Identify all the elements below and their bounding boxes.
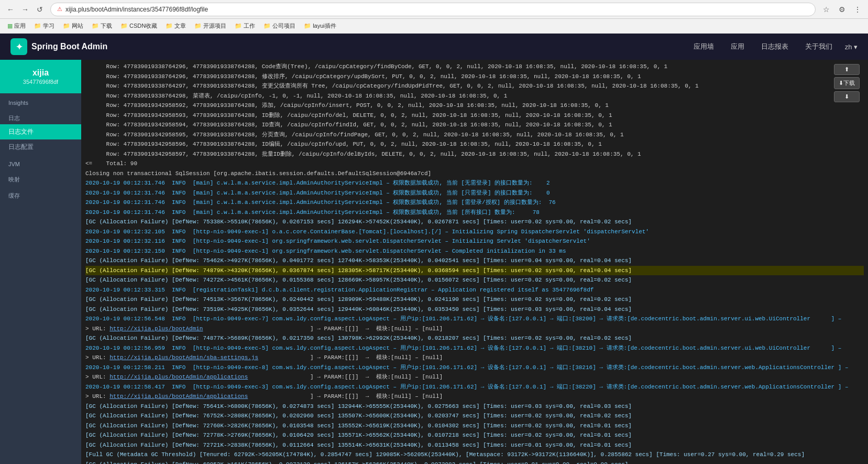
scroll-top-button[interactable]: ⬆: [834, 64, 860, 75]
address-bar[interactable]: ⚠ xijia.plus/bootAdmin/instances/3547769…: [50, 3, 816, 16]
scroll-bottom-button[interactable]: ⬇: [834, 91, 860, 102]
log-line: 2020-10-19 00:12:31.746 INFO [main] c.w.…: [85, 198, 864, 208]
sidebar-item-logfile[interactable]: 日志文件: [0, 124, 81, 139]
log-line: [GC (Allocation Failure) [DefNew: 74513K…: [85, 295, 864, 305]
top-navbar: ✦ Spring Boot Admin 应用墙 应用 日志报表 关于我们 zh …: [0, 34, 868, 60]
log-line: [GC (Allocation Failure) [DefNew: 72721K…: [85, 440, 864, 450]
log-line: Row: 477839019342958595, 477839019338764…: [85, 130, 864, 140]
browser-action-buttons: ☆ ⚙ ⋮: [820, 3, 864, 16]
bookmarks-bar: ▦ 应用 📁 学习 📁 网站 📁 下载 📁 CSDN收藏 📁 文章 📁 开源项目…: [0, 19, 868, 34]
brand-name: Spring Boot Admin: [31, 42, 107, 51]
log-line: [GC (Allocation Failure) [DefNew: 75641K…: [85, 402, 864, 412]
browser-nav-buttons: ← → ↺: [4, 3, 46, 16]
log-line: [GC (Allocation Failure) [DefNew: 74879K…: [85, 266, 864, 276]
log-line: > URL: http://xijia.plus/bootAdmin/sba-s…: [85, 353, 864, 363]
log-line: Row: 477839019342958597, 477839019338764…: [85, 149, 864, 159]
back-button[interactable]: ←: [4, 3, 17, 16]
sidebar-log-section: 日志: [0, 108, 81, 124]
bookmark-icon[interactable]: ☆: [820, 3, 832, 16]
sidebar-item-logconfig[interactable]: 日志配置: [0, 139, 81, 155]
log-line: [GC (Allocation Failure) [DefNew: 69952K…: [85, 460, 864, 465]
menu-icon[interactable]: ⋮: [851, 3, 864, 16]
app-container: ✦ Spring Boot Admin 应用墙 应用 日志报表 关于我们 zh …: [0, 34, 868, 464]
log-line: 2020-10-19 00:12:31.746 INFO [main] c.w.…: [85, 188, 864, 198]
sidebar-instance-id: 35477696f8df: [8, 79, 73, 85]
bookmark-download[interactable]: 📁 下载: [89, 21, 115, 31]
nav-item-app[interactable]: 应用: [727, 40, 749, 53]
sidebar-cache-section: 缓存: [0, 186, 81, 202]
brand-logo-area: ✦ Spring Boot Admin: [10, 38, 107, 55]
log-line: > URL: http://xijia.plus/bootAdmin ] → P…: [85, 324, 864, 334]
log-line: 2020-10-19 00:12:32.150 INFO [http-nio-9…: [85, 246, 864, 256]
sidebar: xijia 35477696f8df Insights 日志 日志文件 日志配置…: [0, 60, 81, 464]
log-line: [GC (Allocation Failure) [DefNew: 72778K…: [85, 430, 864, 440]
log-line: Closing non transactional SqlSession [or…: [85, 169, 864, 179]
nav-item-logreport[interactable]: 日志报表: [757, 40, 793, 53]
log-line: Row: 477839019342958596, 477839019338764…: [85, 139, 864, 149]
log-line: 2020-10-19 00:12:32.116 INFO [http-nio-9…: [85, 236, 864, 246]
log-area: ⬆ ⬇下载 ⬇ Row: 477839019338764296, 4778390…: [81, 60, 868, 464]
log-line: 2020-10-19 00:12:58.417 INFO [http-nio-9…: [85, 382, 864, 392]
forward-button[interactable]: →: [19, 3, 31, 16]
log-line: [Full GC (Metadata GC Threshold) [Tenure…: [85, 450, 864, 460]
log-link[interactable]: http://xijia.plus/bootAdmin: [109, 326, 203, 332]
sidebar-user-info: xijia 35477696f8df: [0, 60, 81, 93]
log-link[interactable]: http://xijia.plus/bootAdmin/sba-settings…: [109, 354, 258, 361]
bookmark-csdn[interactable]: 📁 CSDN收藏: [117, 21, 160, 31]
log-line: Row: 477839019338764297, 477839019338764…: [85, 81, 864, 91]
log-line: 2020-10-19 00:12:32.105 INFO [http-nio-9…: [85, 227, 864, 237]
log-line: Row: 477839019338764296, 477839019338764…: [85, 72, 864, 82]
log-link[interactable]: http://xijia.plus/bootAdmin/applications: [109, 393, 248, 400]
log-line: [GC (Allocation Failure) [DefNew: 73519K…: [85, 305, 864, 315]
log-line: 2020-10-19 00:12:56.548 INFO [http-nio-9…: [85, 314, 864, 324]
nav-lang-switcher[interactable]: zh ▾: [845, 43, 858, 51]
log-line: [GC (Allocation Failure) [DefNew: 75338K…: [85, 217, 864, 227]
nav-item-about[interactable]: 关于我们: [801, 40, 837, 53]
extensions-icon[interactable]: ⚙: [836, 3, 848, 16]
log-line: 2020-10-19 00:12:31.746 INFO [main] c.w.…: [85, 178, 864, 188]
log-line: 2020-10-19 00:12:31.746 INFO [main] c.w.…: [85, 208, 864, 218]
sidebar-jvm-section: JVM: [0, 155, 81, 169]
log-line: 2020-10-19 00:12:33.315 INFO [registrati…: [85, 285, 864, 295]
bookmark-study[interactable]: 📁 学习: [31, 21, 58, 31]
browser-bar: ← → ↺ ⚠ xijia.plus/bootAdmin/instances/3…: [0, 0, 868, 19]
brand-logo: ✦: [10, 38, 27, 55]
bookmark-layui[interactable]: 📁 layui插件: [301, 21, 339, 31]
log-line: Row: 477839019342958593, 477839019338764…: [85, 111, 864, 121]
bookmark-work[interactable]: 📁 工作: [232, 21, 258, 31]
sidebar-insights-title: Insights: [0, 93, 81, 108]
log-toolbar: ⬆ ⬇下载 ⬇: [834, 64, 860, 102]
log-line: 2020-10-19 00:12:56.959 INFO [http-nio-9…: [85, 343, 864, 353]
sidebar-mapping-section: 映射: [0, 169, 81, 186]
log-line: [GC (Allocation Failure) [DefNew: 72760K…: [85, 421, 864, 431]
log-line: <= Total: 90: [85, 159, 864, 169]
log-link[interactable]: http://xijia.plus/bootAdmin/applications: [109, 374, 248, 380]
log-line: Row: 477839019342958592, 477839019338764…: [85, 101, 864, 111]
log-line: [GC (Allocation Failure) [DefNew: 75462K…: [85, 256, 864, 266]
download-button[interactable]: ⬇下载: [834, 77, 860, 89]
nav-item-wall[interactable]: 应用墙: [689, 40, 718, 53]
insecure-lock-icon: ⚠: [57, 6, 62, 13]
url-text: xijia.plus/bootAdmin/instances/35477696f…: [65, 6, 208, 13]
bookmark-company[interactable]: 📁 公司项目: [260, 21, 299, 31]
log-line: [GC (Allocation Failure) [DefNew: 74877K…: [85, 333, 864, 343]
log-line: [GC (Allocation Failure) [DefNew: 74272K…: [85, 275, 864, 285]
log-line: 2020-10-19 00:12:58.211 INFO [http-nio-9…: [85, 363, 864, 373]
bookmark-website[interactable]: 📁 网站: [60, 21, 86, 31]
sidebar-username: xijia: [8, 68, 73, 78]
reload-button[interactable]: ↺: [34, 3, 46, 16]
main-area: xijia 35477696f8df Insights 日志 日志文件 日志配置…: [0, 60, 868, 464]
log-line: [GC (Allocation Failure) [DefNew: 76752K…: [85, 411, 864, 421]
log-line: > URL: http://xijia.plus/bootAdmin/appli…: [85, 392, 864, 402]
log-line: > URL: http://xijia.plus/bootAdmin/appli…: [85, 372, 864, 382]
log-line: Row: 477839019338764296, 477839019338764…: [85, 62, 864, 72]
bookmark-opensource[interactable]: 📁 开源项目: [191, 21, 229, 31]
log-line: Row: 477839019338764298, 菜谱表, /caipu/cpI…: [85, 91, 864, 101]
log-content[interactable]: Row: 477839019338764296, 477839019338764…: [81, 60, 868, 464]
bookmark-articles[interactable]: 📁 文章: [162, 21, 189, 31]
bookmark-apps[interactable]: ▦ 应用: [4, 21, 29, 31]
log-line: Row: 477839019342958594, 477839019338764…: [85, 120, 864, 130]
